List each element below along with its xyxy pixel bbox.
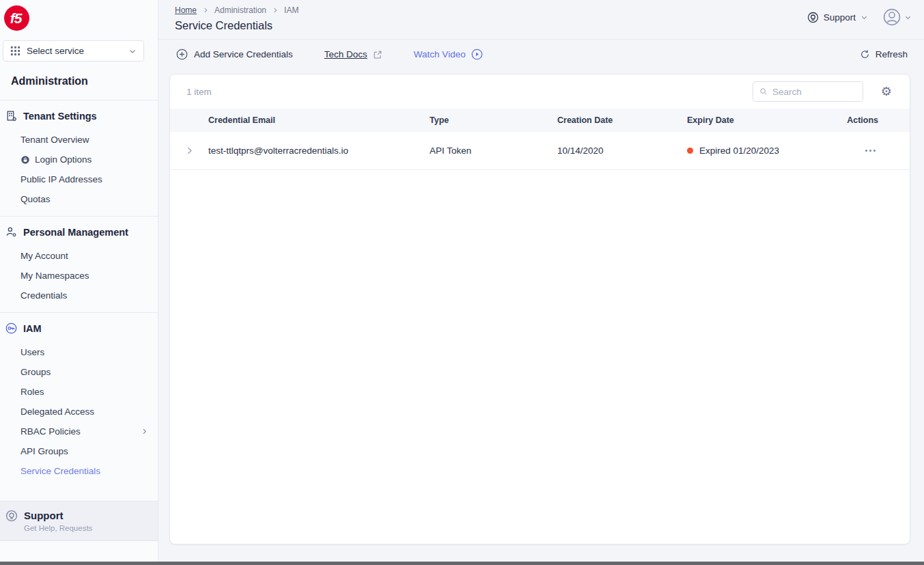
cell-expiry-date: Expired 01/20/2023 — [687, 146, 844, 156]
key-circle-icon — [5, 322, 17, 334]
sidebar-footer — [0, 541, 158, 562]
chevron-right-icon — [185, 146, 194, 155]
sidebar-item-users[interactable]: Users — [20, 342, 158, 362]
sidebar-item-roles[interactable]: Roles — [20, 382, 158, 402]
sidebar-item-public-ip-addresses[interactable]: Public IP Addresses — [20, 169, 158, 189]
search-box — [753, 81, 863, 102]
chevron-right-icon — [141, 428, 148, 435]
item-count: 1 item — [186, 87, 212, 97]
sidebar-section-iam: IAM Users Groups Roles Delegated Access … — [0, 313, 158, 488]
sidebar-item-label: Users — [20, 347, 44, 357]
sidebar-item-label: Roles — [20, 387, 44, 397]
search-input[interactable] — [772, 87, 856, 97]
sidebar-item-delegated-access[interactable]: Delegated Access — [20, 402, 158, 422]
sidebar-item-credentials[interactable]: Credentials — [20, 286, 158, 305]
support-icon — [5, 510, 18, 522]
breadcrumb-administration[interactable]: Administration — [214, 5, 266, 15]
header-support-menu[interactable]: Support — [807, 12, 868, 23]
app-window: f5 Select service Administration — [0, 0, 924, 562]
user-avatar-icon — [883, 8, 901, 26]
tech-docs-link[interactable]: Tech Docs — [324, 49, 382, 59]
sidebar-item-service-credentials[interactable]: Service Credentials — [20, 461, 158, 481]
column-header-actions: Actions — [844, 115, 910, 125]
sidebar-item-label: Tenant Overview — [20, 135, 89, 145]
person-gear-icon — [5, 226, 17, 238]
sidebar-item-login-options[interactable]: Login Options — [20, 150, 158, 169]
sidebar-heading-administration: Administration — [11, 75, 147, 87]
sidebar-item-quotas[interactable]: Quotas — [20, 189, 158, 209]
sidebar-section-title-iam[interactable]: IAM — [0, 322, 158, 334]
sidebar-item-rbac-policies[interactable]: RBAC Policies — [20, 422, 158, 441]
play-circle-icon — [471, 49, 483, 60]
section-title-label: Tenant Settings — [23, 111, 97, 122]
breadcrumb-home[interactable]: Home — [175, 5, 197, 15]
chevron-down-icon — [128, 47, 137, 55]
toolbar: Add Service Credentials Tech Docs Watch … — [158, 40, 924, 69]
cell-actions — [844, 147, 910, 154]
sidebar-section-tenant-settings: Tenant Settings Tenant Overview Login Op… — [0, 100, 158, 216]
external-link-icon — [373, 50, 382, 59]
sidebar-item-label: Quotas — [20, 194, 51, 204]
section-title-label: IAM — [23, 323, 42, 334]
cell-credential-email: test-ttlqtprs@volterracredentials.io — [208, 146, 430, 156]
credentials-card: 1 item ⚙ Credential Email Type Creation — [169, 74, 910, 545]
sidebar-item-label: RBAC Policies — [20, 426, 81, 437]
f5-logo-text: f5 — [10, 10, 22, 27]
sidebar: f5 Select service Administration — [0, 0, 158, 562]
column-header-creation-date[interactable]: Creation Date — [557, 115, 687, 125]
support-subtitle: Get Help, Requests — [24, 524, 92, 532]
sidebar-item-label: Public IP Addresses — [20, 174, 102, 184]
sidebar-item-label: My Account — [20, 251, 68, 261]
breadcrumb-iam[interactable]: IAM — [284, 5, 298, 15]
plus-circle-icon — [176, 49, 188, 60]
gear-icon[interactable]: ⚙ — [881, 85, 892, 98]
header-right: Support — [807, 8, 912, 26]
window-bottom-edge — [0, 562, 924, 565]
sidebar-section-title-tenant-settings[interactable]: Tenant Settings — [0, 110, 158, 122]
header-user-menu[interactable] — [883, 8, 912, 26]
section-title-label: Personal Management — [23, 227, 128, 238]
sidebar-item-my-namespaces[interactable]: My Namespaces — [20, 266, 158, 286]
header-support-label: Support — [824, 12, 856, 23]
page-title: Service Credentials — [175, 19, 908, 32]
lock-circle-icon — [20, 155, 30, 165]
sidebar-section-title-personal-management[interactable]: Personal Management — [0, 226, 158, 238]
row-actions-button[interactable] — [864, 147, 877, 154]
add-service-credentials-button[interactable]: Add Service Credentials — [176, 49, 293, 60]
expiry-status-label: Expired 01/20/2023 — [699, 146, 779, 156]
watch-video-link[interactable]: Watch Video — [414, 49, 483, 60]
grid-icon — [10, 46, 20, 56]
row-expander[interactable] — [170, 146, 208, 155]
sidebar-item-groups[interactable]: Groups — [20, 362, 158, 382]
add-service-credentials-label: Add Service Credentials — [194, 49, 293, 59]
tech-docs-label: Tech Docs — [324, 49, 367, 59]
sidebar-item-my-account[interactable]: My Account — [20, 246, 158, 266]
breadcrumb-separator-icon — [202, 7, 209, 14]
sidebar-item-tenant-overview[interactable]: Tenant Overview — [20, 130, 158, 150]
search-icon — [759, 87, 768, 96]
main-area: Home Administration IAM Service Credenti… — [158, 0, 924, 562]
table-row: test-ttlqtprs@volterracredentials.io API… — [170, 132, 910, 170]
chevron-down-icon — [904, 14, 912, 21]
sidebar-support[interactable]: Support Get Help, Requests — [0, 501, 158, 541]
content-area: 1 item ⚙ Credential Email Type Creation — [158, 69, 924, 562]
sidebar-item-label: Credentials — [20, 290, 67, 301]
sidebar-item-label: Groups — [20, 367, 51, 377]
breadcrumb: Home Administration IAM — [175, 5, 908, 15]
sidebar-section-personal-management: Personal Management My Account My Namesp… — [0, 217, 158, 312]
sidebar-item-label: My Namespaces — [20, 271, 89, 281]
refresh-button[interactable]: Refresh — [860, 49, 908, 59]
building-icon — [5, 110, 17, 122]
sidebar-item-api-groups[interactable]: API Groups — [20, 441, 158, 461]
column-header-expiry-date[interactable]: Expiry Date — [687, 115, 844, 125]
sidebar-spacer — [0, 488, 158, 501]
refresh-icon — [860, 49, 870, 59]
select-service-dropdown[interactable]: Select service — [3, 40, 144, 61]
f5-logo-icon: f5 — [4, 5, 29, 31]
brand-logo[interactable]: f5 — [0, 0, 158, 36]
column-header-type[interactable]: Type — [430, 115, 557, 125]
sidebar-item-label: Service Credentials — [20, 466, 100, 476]
cell-type: API Token — [430, 146, 557, 156]
expired-status-dot — [687, 148, 693, 154]
column-header-credential-email[interactable]: Credential Email — [208, 115, 430, 125]
